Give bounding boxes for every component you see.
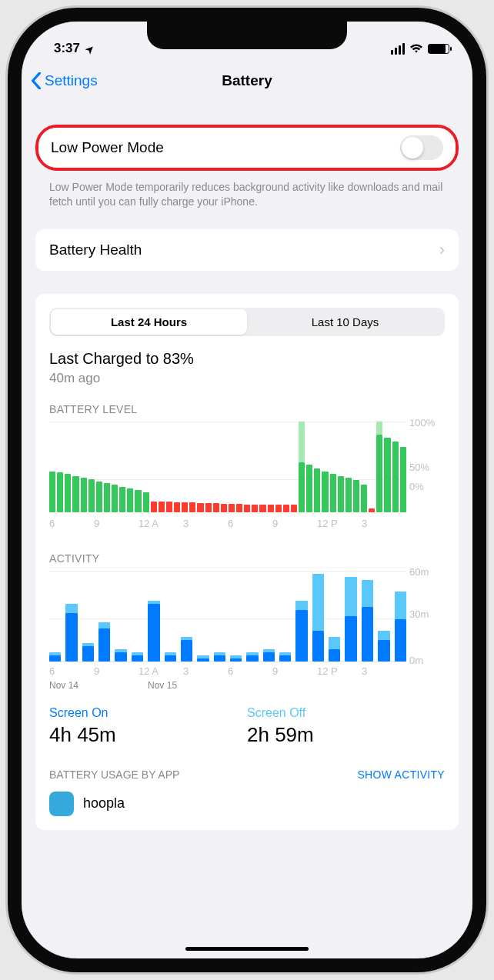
bar: [166, 502, 172, 512]
bar: [378, 631, 389, 661]
bar: [252, 505, 258, 512]
bar: [65, 474, 71, 512]
low-power-hint: Low Power Mode temporarily reduces backg…: [35, 175, 459, 229]
bar: [306, 465, 312, 512]
bar: [259, 505, 265, 512]
bar: [65, 604, 77, 662]
wifi-icon: [409, 43, 423, 54]
bar: [268, 505, 274, 512]
bar: [236, 504, 242, 512]
screen-off-label: Screen Off: [247, 706, 445, 720]
bar: [291, 505, 297, 512]
bar: [205, 503, 212, 512]
status-time: 3:37 ➤: [54, 41, 94, 56]
battery-level-label: BATTERY LEVEL: [49, 403, 445, 415]
bar: [279, 652, 291, 662]
bar: [353, 480, 359, 512]
y-tick: 100%: [409, 417, 435, 428]
show-activity-button[interactable]: SHOW ACTIVITY: [357, 768, 445, 781]
y-tick: 30m: [409, 608, 429, 620]
app-icon: [49, 792, 74, 816]
back-label: Settings: [45, 72, 98, 89]
bar: [392, 442, 399, 512]
activity-chart[interactable]: 60m 30m 0m 6912 A36912 P3 Nov 14 Nov 15: [49, 571, 445, 694]
bar: [197, 655, 209, 662]
bar: [244, 505, 250, 512]
usage-by-app-label: BATTERY USAGE BY APP: [49, 768, 179, 781]
last-charged-title: Last Charged to 83%: [49, 350, 445, 368]
bar: [197, 503, 203, 512]
bar: [362, 580, 373, 662]
battery-health-row[interactable]: Battery Health ›: [35, 229, 459, 271]
battery-health-label: Battery Health: [49, 242, 142, 258]
bar: [49, 652, 61, 662]
y-tick: 0m: [409, 655, 423, 666]
bar: [174, 502, 180, 512]
nav-bar: Settings Battery: [22, 60, 472, 102]
screen-time-row: Screen On 4h 45m Screen Off 2h 59m: [49, 706, 445, 747]
bar: [369, 508, 375, 512]
tab-10d[interactable]: Last 10 Days: [247, 309, 443, 335]
bar: [214, 652, 225, 662]
location-icon: ➤: [82, 42, 96, 55]
phone-frame: 3:37 ➤ Settings Battery Low Power Mode: [8, 8, 486, 972]
date-label: Nov 15: [148, 680, 177, 691]
page-title: Battery: [222, 72, 272, 89]
date-label: Nov 14: [49, 680, 78, 691]
toggle-knob: [402, 137, 423, 158]
bar: [338, 476, 344, 512]
bar: [361, 485, 367, 512]
bar: [246, 652, 258, 662]
bar: [376, 422, 382, 512]
bar: [221, 504, 227, 512]
bar: [49, 472, 55, 512]
bar: [151, 502, 157, 512]
bar: [322, 472, 328, 512]
bar: [229, 504, 235, 512]
bar: [88, 479, 95, 512]
last-charged-ago: 40m ago: [49, 371, 445, 386]
bar: [159, 502, 165, 512]
bar: [295, 601, 307, 662]
y-tick: 50%: [409, 462, 429, 473]
bar: [345, 577, 356, 662]
bar: [230, 655, 242, 662]
app-row[interactable]: hoopla: [49, 781, 445, 816]
screen-off-value: 2h 59m: [247, 723, 445, 747]
back-button[interactable]: Settings: [31, 72, 98, 89]
bar: [213, 503, 219, 512]
bar: [182, 502, 188, 512]
bar: [72, 476, 78, 512]
bar: [115, 649, 126, 662]
low-power-label: Low Power Mode: [51, 139, 164, 156]
y-tick: 60m: [409, 566, 429, 578]
bar: [400, 447, 406, 512]
bar: [98, 622, 110, 662]
time-range-segment[interactable]: Last 24 Hours Last 10 Days: [49, 308, 445, 336]
tab-24h[interactable]: Last 24 Hours: [51, 309, 247, 335]
bar: [119, 487, 125, 512]
battery-icon: [428, 44, 449, 54]
bar: [283, 505, 289, 512]
cellular-signal-icon: [391, 43, 405, 55]
bar: [384, 438, 390, 512]
bar: [189, 502, 195, 512]
low-power-highlight: Low Power Mode: [35, 125, 459, 171]
bar: [81, 478, 87, 512]
bar: [127, 488, 133, 512]
battery-level-chart[interactable]: 100% 50% 0% 6912 A36912 P3: [49, 422, 445, 537]
home-indicator[interactable]: [185, 947, 309, 951]
bar: [395, 592, 406, 661]
bar: [57, 472, 63, 512]
low-power-mode-row[interactable]: Low Power Mode: [38, 128, 456, 168]
bar: [330, 474, 336, 512]
bar: [112, 485, 118, 512]
screen-on-value: 4h 45m: [49, 723, 247, 747]
bar: [314, 468, 320, 512]
low-power-toggle[interactable]: [400, 135, 443, 160]
screen-on-label: Screen On: [49, 706, 247, 720]
bar: [82, 643, 94, 662]
bar: [96, 482, 102, 512]
bar: [329, 637, 340, 661]
time-text: 3:37: [54, 41, 80, 55]
